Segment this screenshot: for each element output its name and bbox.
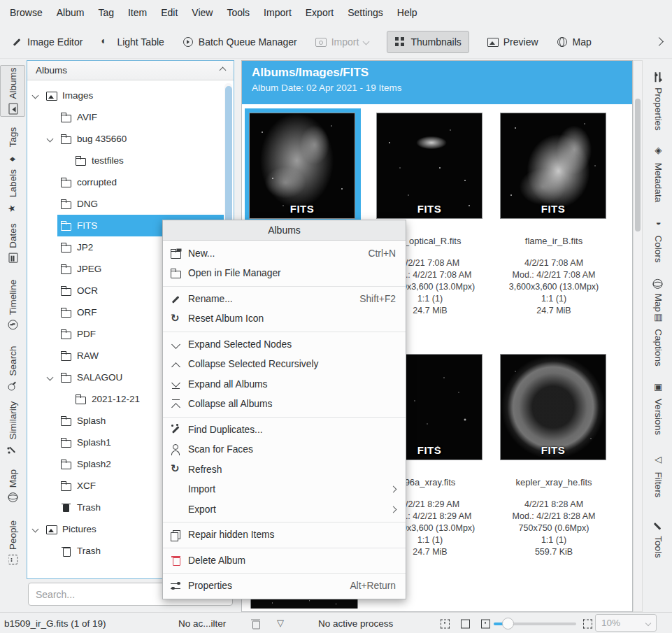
filter-icon[interactable] bbox=[277, 618, 288, 628]
album-icon bbox=[60, 415, 72, 426]
sidebar-tab-albums[interactable]: Albums bbox=[0, 65, 25, 117]
menu-bar-item[interactable]: Import bbox=[257, 7, 299, 18]
trash-icon[interactable] bbox=[250, 618, 262, 628]
context-menu-item[interactable]: Repair hidden Items bbox=[163, 525, 406, 546]
album-tree-item[interactable]: DNG bbox=[27, 193, 224, 215]
thumbnail-image[interactable]: FITS bbox=[500, 354, 606, 460]
album-icon bbox=[60, 242, 72, 253]
toolbar-overflow-icon[interactable] bbox=[655, 37, 664, 46]
album-icon bbox=[60, 437, 72, 448]
format-overlay: FITS bbox=[501, 444, 606, 456]
sidebar-tab-tags[interactable]: Tags bbox=[0, 120, 25, 169]
format-overlay: FITS bbox=[250, 203, 355, 215]
fit-to-selection-icon[interactable] bbox=[439, 618, 450, 628]
batch-queue-icon bbox=[183, 36, 194, 47]
context-menu-item[interactable]: Reset Album Icon bbox=[163, 309, 406, 329]
context-menu-item[interactable]: New... Ctrl+N bbox=[163, 243, 406, 264]
batch-queue-manager-button[interactable]: Batch Queue Manager bbox=[183, 36, 297, 48]
thumbnail-image[interactable]: FITS bbox=[249, 113, 355, 219]
sidebar-tab-similarity[interactable]: Similarity bbox=[0, 394, 25, 461]
context-menu-item[interactable]: Open in File Manager bbox=[163, 264, 406, 284]
menu-bar-item[interactable]: Settings bbox=[341, 7, 390, 18]
thumbnail-cell[interactable]: FITS bbox=[245, 108, 361, 223]
sidebar-tab-people[interactable]: People bbox=[0, 511, 25, 575]
menu-bar-item[interactable]: Tag bbox=[91, 7, 121, 18]
filter-icon bbox=[652, 457, 663, 468]
collapse-panel-icon[interactable] bbox=[220, 67, 227, 74]
zoom-slider-handle[interactable] bbox=[502, 618, 514, 630]
album-tree-item[interactable]: testfiles bbox=[27, 150, 224, 171]
menu-bar: BrowseAlbumTagItemEditViewToolsImportExp… bbox=[0, 0, 672, 25]
context-menu-item[interactable]: Import bbox=[163, 480, 406, 500]
context-menu-item[interactable]: Export bbox=[163, 499, 406, 520]
zoom-small-icon[interactable] bbox=[480, 618, 491, 628]
sidebar-tab-map[interactable]: Map bbox=[0, 467, 25, 506]
context-menu-item[interactable]: Find Duplicates... bbox=[163, 420, 406, 440]
icon-view-scrollbar-thumb[interactable] bbox=[635, 99, 641, 232]
thumbnail-cell[interactable]: FITS flame_ir_B.fits 4/2/21 7:08 AM Mod.… bbox=[496, 108, 612, 223]
context-menu-item[interactable]: Delete Album bbox=[163, 550, 406, 571]
sidebar-tab-properties[interactable]: Properties bbox=[643, 65, 672, 138]
thumbnail-cell[interactable]: FITS kepler_xray_he.fits 4/2/21 8:28 AM … bbox=[496, 350, 612, 464]
fit-to-window-icon[interactable] bbox=[459, 618, 471, 628]
thumbnail-image[interactable]: FITS bbox=[376, 113, 482, 219]
menu-bar-item[interactable]: Tools bbox=[220, 7, 257, 18]
sidebar-tab-dates[interactable]: Dates bbox=[0, 220, 25, 266]
sidebar-tab-search[interactable]: Search bbox=[0, 346, 25, 392]
menu-bar-item[interactable]: Export bbox=[299, 7, 341, 18]
context-menu-item[interactable]: Expand Selected Nodes bbox=[163, 334, 406, 355]
menu-separator bbox=[163, 548, 406, 548]
map-button[interactable]: Map bbox=[557, 36, 592, 48]
album-date-count: Album Date: 02 Apr 2021 - 19 Items bbox=[252, 83, 622, 93]
menu-separator bbox=[163, 573, 406, 574]
menu-item-icon bbox=[170, 484, 182, 495]
zoom-level-combo[interactable]: 10% bbox=[595, 614, 657, 632]
menu-bar-item[interactable]: Help bbox=[390, 7, 424, 18]
image-editor-button[interactable]: Image Editor bbox=[11, 36, 83, 48]
context-menu-item[interactable]: Rename... Shift+F2 bbox=[163, 289, 406, 309]
sidebar-tab-map-right[interactable]: Map bbox=[643, 273, 672, 318]
preview-button[interactable]: Preview bbox=[487, 36, 538, 48]
menu-bar-item[interactable]: Browse bbox=[3, 7, 50, 18]
light-table-button[interactable]: Light Table bbox=[101, 36, 164, 48]
context-menu-item[interactable]: Collapse all Albums bbox=[163, 394, 406, 415]
sidebar-tab-colors[interactable]: Colors bbox=[643, 212, 672, 271]
album-tree-item[interactable]: bug 435660 bbox=[27, 128, 224, 150]
menu-bar-item[interactable]: Edit bbox=[154, 7, 185, 18]
context-menu-item[interactable]: Refresh bbox=[163, 460, 406, 480]
menu-bar-item[interactable]: View bbox=[185, 7, 220, 18]
album-icon bbox=[60, 199, 72, 209]
albums-panel-header[interactable]: Albums bbox=[27, 61, 234, 80]
context-menu-item[interactable]: Collapse Selected Recursively bbox=[163, 355, 406, 375]
expand-chevron-icon[interactable] bbox=[32, 526, 39, 533]
metadata-icon bbox=[652, 148, 663, 159]
album-tree-item[interactable]: Images bbox=[27, 85, 224, 106]
format-overlay: FITS bbox=[501, 203, 606, 215]
expand-chevron-icon[interactable] bbox=[47, 374, 54, 381]
thumbnail-cell[interactable]: FITS 7_optical_R.fits 4/2/21 7:08 AM Mod… bbox=[372, 108, 488, 223]
context-menu-item[interactable]: Expand all Albums bbox=[163, 374, 406, 394]
zoom-slider[interactable] bbox=[494, 623, 576, 625]
thumbnail-image[interactable]: FITS bbox=[500, 113, 606, 219]
sidebar-tab-metadata[interactable]: Metadata bbox=[643, 140, 672, 210]
icon-view-scrollbar[interactable] bbox=[633, 60, 643, 612]
sidebar-tab-filters[interactable]: Filters bbox=[643, 448, 672, 506]
fullscreen-icon[interactable] bbox=[582, 618, 593, 628]
menu-bar-item[interactable]: Album bbox=[50, 7, 92, 18]
sidebar-tab-versions[interactable]: Versions bbox=[643, 374, 672, 444]
context-menu-item[interactable]: Properties Alt+Return bbox=[163, 576, 406, 597]
sidebar-tab-captions[interactable]: Captions bbox=[643, 312, 672, 368]
menu-bar-item[interactable]: Item bbox=[121, 7, 154, 18]
context-menu-item[interactable]: Scan for Faces bbox=[163, 440, 406, 460]
sidebar-tab-labels[interactable]: Labels bbox=[0, 168, 25, 214]
sidebar-tab-timeline[interactable]: Timeline bbox=[0, 274, 25, 336]
expand-chevron-icon[interactable] bbox=[32, 92, 39, 99]
album-tree-item[interactable]: AVIF bbox=[27, 106, 224, 128]
album-icon bbox=[60, 134, 72, 144]
expand-chevron-icon[interactable] bbox=[47, 136, 54, 143]
album-tree-item[interactable]: corrupted bbox=[27, 171, 224, 193]
sidebar-tab-tools[interactable]: Tools bbox=[643, 509, 672, 569]
import-button[interactable]: Import bbox=[315, 36, 369, 48]
colors-icon bbox=[652, 220, 663, 231]
thumbnails-button[interactable]: Thumbnails bbox=[387, 31, 469, 53]
